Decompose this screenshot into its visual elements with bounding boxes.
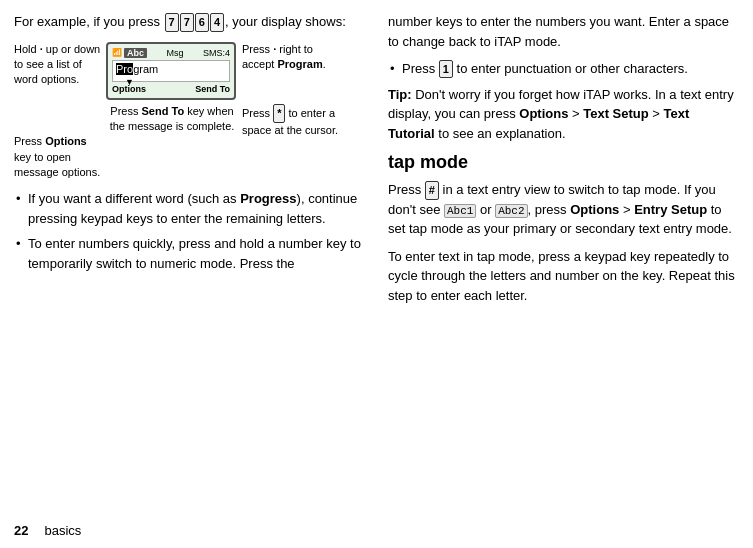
right-bullet-item-1: Press 1 to enter punctuation or other ch… bbox=[388, 59, 739, 79]
send-to-softkey: Send To bbox=[195, 84, 230, 94]
intro-text-start: For example, if you press bbox=[14, 14, 160, 29]
footer-label: basics bbox=[44, 523, 81, 538]
bullet-list: If you want a different word (such as Pr… bbox=[14, 189, 368, 273]
msg-label: Msg bbox=[166, 48, 183, 58]
right-column: number keys to enter the numbers you wan… bbox=[378, 0, 753, 548]
screen-top-bar: 📶 Abc Msg SMS:4 bbox=[112, 48, 230, 58]
bullet-item-1: If you want a different word (such as Pr… bbox=[14, 189, 368, 228]
key-7a: 7 bbox=[165, 13, 179, 31]
key-4: 4 bbox=[210, 13, 224, 31]
word-plain: gram bbox=[133, 63, 158, 75]
intro-text-end: , your display shows: bbox=[225, 14, 346, 29]
tap-mode-body1: Press # in a text entry view to switch t… bbox=[388, 180, 739, 239]
abc2-indicator: Abc2 bbox=[495, 204, 527, 218]
section-heading-tap-mode: tap mode bbox=[388, 151, 739, 174]
signal-icon: 📶 bbox=[112, 48, 122, 57]
key-7b: 7 bbox=[180, 13, 194, 31]
cursor-arrow: ▼ bbox=[125, 77, 134, 87]
phone-diagram: Hold · up or down to see a list of word … bbox=[14, 42, 368, 184]
footer: 22 basics bbox=[14, 523, 81, 538]
tap-mode-body2: To enter text in tap mode, press a keypa… bbox=[388, 247, 739, 306]
left-annotations: Hold · up or down to see a list of word … bbox=[14, 42, 102, 184]
word-highlighted: Pro bbox=[116, 63, 133, 75]
bullet-item-2: To enter numbers quickly, press and hold… bbox=[14, 234, 368, 273]
abc1-indicator: Abc1 bbox=[444, 204, 476, 218]
screen-word-area: Program ▼ bbox=[112, 60, 230, 82]
key-6: 6 bbox=[195, 13, 209, 31]
right-label-accept: Press · right to accept Program. bbox=[242, 42, 347, 73]
phone-screen-container: 📶 Abc Msg SMS:4 Program ▼ Options Send T… bbox=[106, 42, 238, 135]
hold-label: Hold · up or down to see a list of word … bbox=[14, 42, 102, 88]
right-annotations: Press · right to accept Program. Press *… bbox=[242, 42, 347, 138]
left-column: For example, if you press 7764 , your di… bbox=[0, 0, 378, 548]
right-bullet-list: Press 1 to enter punctuation or other ch… bbox=[388, 59, 739, 79]
page-number: 22 bbox=[14, 523, 28, 538]
press-options-label: Press Options key to open message option… bbox=[14, 134, 102, 180]
abc-mode-indicator: Abc bbox=[124, 48, 147, 58]
phone-screen: 📶 Abc Msg SMS:4 Program ▼ Options Send T… bbox=[106, 42, 236, 100]
intro-paragraph: For example, if you press 7764 , your di… bbox=[14, 12, 368, 32]
sms-label: SMS:4 bbox=[203, 48, 230, 58]
continuation-text: number keys to enter the numbers you wan… bbox=[388, 12, 739, 51]
below-screen-label: Press Send To key when the message is co… bbox=[106, 104, 238, 135]
right-label-space: Press * to enter a space at the cursor. bbox=[242, 104, 347, 138]
screen-icons: 📶 Abc bbox=[112, 48, 147, 58]
key-sequence: 7764 bbox=[165, 13, 225, 31]
tip-paragraph: Tip: Don't worry if you forget how iTAP … bbox=[388, 85, 739, 144]
